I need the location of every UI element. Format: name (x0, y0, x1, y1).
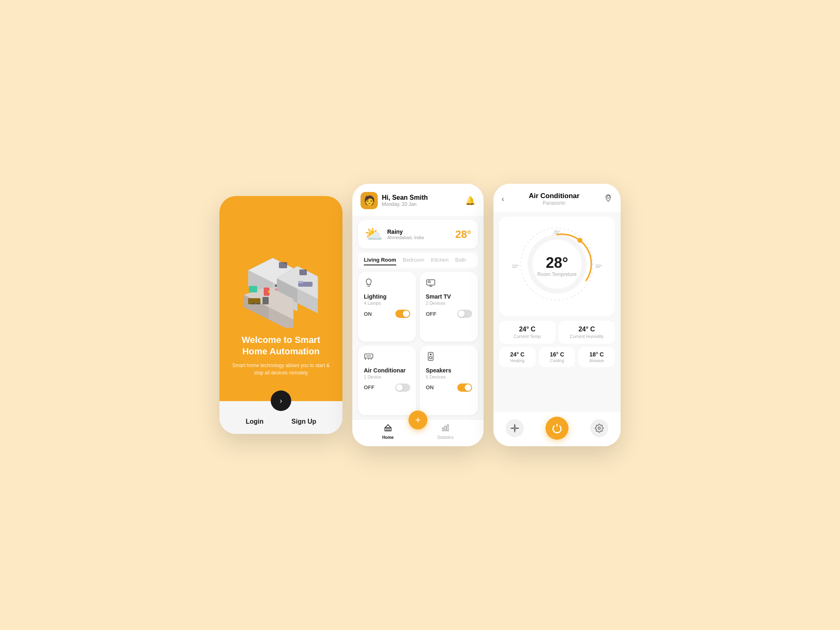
ac-header: ‹ Air Conditionar Panasonic (493, 184, 621, 212)
ac-airwave-value: 18° C (583, 351, 610, 358)
ac-control-screen: ‹ Air Conditionar Panasonic 20° 10° 30° (493, 184, 621, 446)
svg-rect-17 (262, 297, 269, 304)
home-nav-label: Home (382, 435, 394, 440)
welcome-top: Welcome to Smart Home Automation Smart h… (219, 196, 342, 401)
login-button[interactable]: Login (246, 418, 264, 425)
smart-tv-row: OFF (426, 310, 472, 318)
tab-kitchen[interactable]: Kitchen (431, 257, 448, 265)
welcome-title: Welcome to Smart Home Automation (229, 334, 333, 358)
ac-mode-airwave: 18° C Airwave (578, 347, 615, 367)
tab-bath[interactable]: Bath (455, 257, 466, 265)
home-nav-icon (384, 424, 392, 434)
svg-rect-38 (445, 426, 446, 431)
weather-location: Ahmedabad, India (387, 235, 424, 240)
speakers-icon (426, 352, 472, 364)
svg-point-35 (430, 354, 431, 355)
ac-device-card: Air Conditionar 1 Device OFF (358, 346, 416, 415)
smart-tv-status: OFF (426, 311, 436, 317)
ac-humidity-label: Current Humidity (564, 334, 609, 339)
welcome-screen: Welcome to Smart Home Automation Smart h… (219, 196, 342, 434)
welcome-text: Welcome to Smart Home Automation Smart h… (229, 334, 333, 377)
ac-cooling-value: 16° C (544, 351, 571, 358)
lighting-name: Lighting (364, 293, 410, 300)
weather-condition: Rainy (387, 228, 424, 235)
ac-device-title: Air Conditionar (529, 192, 580, 200)
ac-icon (364, 352, 410, 364)
lighting-icon (364, 278, 410, 290)
ac-modes: 24° C Heating 16° C Cooling 18° C Airwav… (493, 344, 621, 370)
settings-button[interactable] (590, 419, 608, 437)
lighting-toggle[interactable] (395, 310, 410, 318)
nav-statistics[interactable]: Statistics (437, 424, 454, 440)
notification-bell-icon[interactable]: 🔔 (465, 196, 475, 205)
screens-container: Welcome to Smart Home Automation Smart h… (219, 184, 621, 446)
weather-left: ⛅ Rainy Ahmedabad, India (365, 226, 424, 243)
fab-add-button[interactable]: + (409, 411, 427, 429)
next-button[interactable]: › (271, 390, 291, 411)
welcome-subtitle: Smart home technology allows you to star… (229, 362, 333, 377)
speakers-count: 5 Devices (426, 374, 472, 379)
svg-rect-36 (385, 428, 391, 431)
ac-bottom-controls (493, 412, 621, 446)
ac-current-temp-label: Current Temp (505, 334, 550, 339)
temp-scale-top: 20° (554, 230, 561, 235)
svg-rect-12 (298, 281, 303, 283)
lighting-row: ON (364, 310, 410, 318)
weather-card: ⛅ Rainy Ahmedabad, India 28° (358, 220, 478, 249)
svg-rect-24 (427, 280, 435, 285)
tab-bedroom[interactable]: Bedroom (403, 257, 425, 265)
ac-mode-cooling: 16° C Cooling (539, 347, 575, 367)
svg-point-34 (429, 356, 432, 359)
room-tabs: Living Room Bedroom Kitchen Bath (358, 253, 478, 268)
ac-heating-value: 24° C (504, 351, 531, 358)
speakers-toggle[interactable] (457, 383, 472, 392)
svg-point-44 (578, 238, 582, 243)
ac-cooling-label: Cooling (544, 358, 571, 363)
house-illustration (240, 254, 322, 328)
fan-mode-button[interactable] (506, 419, 524, 437)
bottom-nav: Home + Statistics (352, 419, 484, 446)
svg-point-46 (598, 427, 600, 429)
user-date: Monday, 20 Jan (382, 201, 428, 207)
signup-button[interactable]: Sign Up (292, 418, 316, 425)
location-icon[interactable] (604, 194, 612, 204)
devices-grid: Lighting 4 Lamps ON Smart TV (352, 268, 484, 419)
svg-rect-18 (251, 303, 255, 304)
svg-rect-19 (256, 303, 260, 304)
thermostat-temperature: 28° (537, 254, 577, 272)
home-dashboard-screen: 🧑 Hi, Sean Smith Monday, 20 Jan 🔔 ⛅ Rain… (352, 184, 484, 446)
user-greeting: Hi, Sean Smith (382, 194, 428, 201)
thermostat-room-label: Room Tempreture (537, 272, 577, 278)
temp-scale-right: 30° (595, 264, 602, 269)
svg-rect-10 (299, 269, 307, 275)
lighting-device-card: Lighting 4 Lamps ON (358, 272, 416, 342)
dashboard-header: 🧑 Hi, Sean Smith Monday, 20 Jan 🔔 (352, 184, 484, 216)
tab-living-room[interactable]: Living Room (364, 257, 396, 265)
ac-toggle[interactable] (395, 383, 410, 392)
smart-tv-count: 2 Devices (426, 301, 472, 306)
power-button[interactable] (546, 417, 568, 440)
weather-temperature: 28° (455, 228, 471, 241)
svg-rect-3 (279, 262, 287, 268)
weather-icon: ⛅ (365, 226, 383, 243)
svg-point-21 (268, 291, 269, 292)
back-button[interactable]: ‹ (502, 195, 504, 203)
ac-stat-humidity: 24° C Current Humidity (559, 321, 615, 344)
speakers-device-card: Speakers 5 Devices ON (420, 346, 478, 415)
user-info: 🧑 Hi, Sean Smith Monday, 20 Jan (361, 192, 428, 209)
ac-humidity-value: 24° C (564, 326, 609, 333)
thermostat-container: 20° 10° 30° 28° Room Te (499, 217, 615, 316)
ac-airwave-label: Airwave (583, 358, 610, 363)
svg-rect-37 (442, 428, 443, 431)
nav-home[interactable]: Home (382, 424, 394, 440)
ac-count: 1 Device (364, 374, 410, 379)
lighting-status: ON (364, 311, 372, 317)
svg-rect-39 (447, 425, 448, 431)
lighting-count: 4 Lamps (364, 301, 410, 306)
smart-tv-device-card: Smart TV 2 Devices OFF (420, 272, 478, 342)
ac-device-subtitle: Panasonic (529, 200, 580, 206)
smart-tv-toggle[interactable] (457, 310, 472, 318)
ac-heating-label: Heating (504, 358, 531, 363)
user-details: Hi, Sean Smith Monday, 20 Jan (382, 194, 428, 207)
smart-tv-name: Smart TV (426, 293, 472, 300)
